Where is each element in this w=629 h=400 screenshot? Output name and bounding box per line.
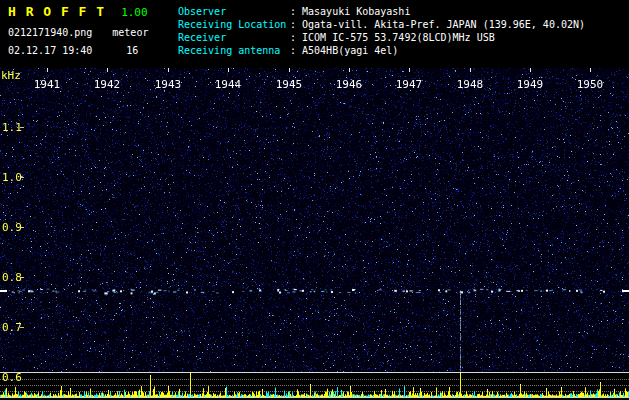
app-version: 1.00: [121, 6, 148, 19]
time-tick-label: 1946: [336, 78, 363, 91]
spectrogram-plot: kHz 1941 1942 1943 1944 1945 1946 1947 1…: [0, 68, 629, 400]
mode-label: meteor: [112, 27, 148, 38]
info-row: Receiver: ICOM IC-575 53.7492(8LCD)MHz U…: [178, 31, 585, 44]
freq-tick-label: 1.0: [2, 171, 22, 184]
info-label: Receiving Location: [178, 18, 290, 31]
freq-tick-label: 0.7: [2, 321, 22, 334]
header: H R O F F T 1.00 0212171940.png meteor 0…: [0, 0, 629, 68]
amplitude-strip-canvas: [0, 372, 629, 400]
time-tick-label: 1944: [215, 78, 242, 91]
time-tick-label: 1947: [396, 78, 423, 91]
info-row: Receiving Location: Ogata-vill. Akita-Pr…: [178, 18, 585, 31]
echo-count: 16: [126, 45, 138, 56]
freq-unit-label: kHz: [1, 69, 21, 82]
time-tick-label: 1950: [577, 78, 604, 91]
info-value: : ICOM IC-575 53.7492(8LCD)MHz USB: [290, 32, 495, 43]
info-label: Receiving antenna: [178, 44, 290, 57]
hrofft-screen: H R O F F T 1.00 0212171940.png meteor 0…: [0, 0, 629, 400]
info-value: : Masayuki Kobayashi: [290, 6, 410, 17]
time-row: 02.12.17 19:40 16: [8, 45, 138, 56]
freq-tick-label: 0.8: [2, 271, 22, 284]
app-title: H R O F F T: [8, 4, 105, 19]
info-value: : A504HB(yagi 4el): [290, 45, 398, 56]
station-info: Observer: Masayuki Kobayashi Receiving L…: [178, 5, 585, 57]
time-tick-label: 1941: [34, 78, 61, 91]
info-row: Observer: Masayuki Kobayashi: [178, 5, 585, 18]
time-tick-label: 1949: [517, 78, 544, 91]
info-label: Receiver: [178, 31, 290, 44]
time-tick-label: 1942: [94, 78, 121, 91]
output-filename: 0212171940.png: [8, 27, 92, 38]
info-label: Observer: [178, 5, 290, 18]
time-tick-label: 1943: [155, 78, 182, 91]
title-row: H R O F F T 1.00: [8, 4, 148, 19]
freq-tick-label: 1.1: [2, 121, 22, 134]
freq-tick-label: 0.6: [2, 371, 22, 384]
time-tick-label: 1945: [276, 78, 303, 91]
info-value: : Ogata-vill. Akita-Pref. JAPAN (139.96E…: [290, 19, 585, 30]
info-row: Receiving antenna: A504HB(yagi 4el): [178, 44, 585, 57]
spectrogram-canvas: [0, 68, 629, 372]
freq-tick-label: 0.9: [2, 221, 22, 234]
file-row: 0212171940.png meteor: [8, 27, 148, 38]
datetime-label: 02.12.17 19:40: [8, 45, 92, 56]
time-tick-label: 1948: [457, 78, 484, 91]
